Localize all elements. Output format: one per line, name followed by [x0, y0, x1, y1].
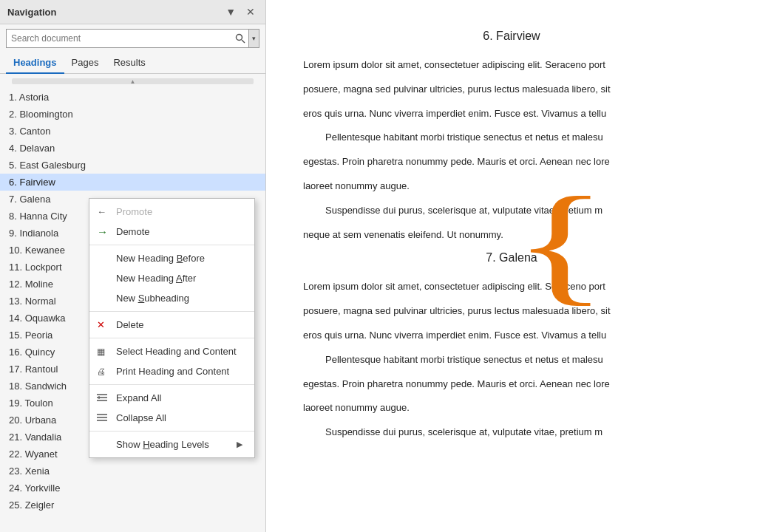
list-item[interactable]: 23. Xenia: [0, 463, 265, 480]
ctx-print-heading[interactable]: 🖨 Print Heading and Content: [89, 361, 254, 381]
context-menu: ← Promote → Demote New Heading Before Ne…: [89, 198, 255, 458]
ctx-show-heading-levels[interactable]: Show Heading Levels ▶: [89, 434, 254, 454]
ctx-show-heading-label: Show Heading Levels: [116, 439, 209, 450]
ctx-demote-label: Demote: [116, 226, 150, 237]
nav-header-icons: ▼ ✕: [223, 4, 258, 19]
svg-line-1: [242, 40, 245, 43]
doc-para-6: laoreet nonummy augue.: [303, 179, 720, 194]
ctx-new-heading-before-label: New Heading Before: [116, 253, 205, 264]
document-area: { 6. Fairview Lorem ipsum dolor sit amet…: [266, 0, 757, 532]
ctx-new-subheading-label: New Subheading: [116, 293, 189, 304]
delete-icon: ✕: [97, 319, 105, 330]
ctx-print-label: Print Heading and Content: [116, 366, 229, 377]
nav-tabs: Headings Pages Results: [0, 52, 265, 74]
doc-heading-fairview: 6. Fairview: [303, 30, 720, 43]
document-page: 6. Fairview Lorem ipsum dolor sit amet, …: [266, 0, 757, 532]
expand-icon: [95, 392, 109, 404]
ctx-new-subheading[interactable]: New Subheading: [89, 288, 254, 308]
print-icon: 🖨: [97, 366, 106, 377]
doc-para-9: Lorem ipsum dolor sit amet, consectetuer…: [303, 279, 720, 295]
expand-all-icon: [95, 392, 109, 403]
doc-para-14: laoreet nonummy augue.: [303, 400, 720, 416]
submenu-arrow-icon: ▶: [237, 440, 242, 449]
search-dropdown-icon[interactable]: ▾: [248, 30, 259, 47]
list-item[interactable]: 5. East Galesburg: [0, 157, 265, 174]
separator-4: [89, 384, 254, 385]
ctx-new-heading-after-label: New Heading After: [116, 273, 196, 284]
tab-results[interactable]: Results: [106, 52, 152, 74]
ctx-select-label: Select Heading and Content: [116, 346, 237, 357]
nav-title: Navigation: [7, 7, 56, 18]
tab-pages[interactable]: Pages: [64, 52, 106, 74]
ctx-delete[interactable]: ✕ Delete: [89, 315, 254, 335]
doc-para-7: Suspendisse dui purus, scelerisque at, v…: [303, 203, 720, 219]
ctx-promote[interactable]: ← Promote: [89, 202, 254, 222]
search-area: ▾: [0, 24, 265, 52]
ctx-expand-all[interactable]: Expand All: [89, 388, 254, 408]
ctx-promote-label: Promote: [116, 206, 152, 217]
doc-para-3: eros quis urna. Nunc viverra imperdiet e…: [303, 106, 720, 122]
list-item[interactable]: 1. Astoria: [0, 89, 265, 106]
doc-para-11: eros quis urna. Nunc viverra imperdiet e…: [303, 328, 720, 344]
doc-para-1: Lorem ipsum dolor sit amet, consectetuer…: [303, 58, 720, 73]
navigation-panel: Navigation ▼ ✕ ▾ Headings Pages Results: [0, 0, 266, 532]
ctx-demote[interactable]: → Demote: [89, 222, 254, 242]
collapse-all-icon: [95, 412, 109, 423]
ctx-delete-label: Delete: [116, 319, 144, 330]
doc-para-8: neque at sem venenatis eleifend. Ut nonu…: [303, 228, 720, 243]
separator-2: [89, 311, 254, 312]
search-button[interactable]: [232, 32, 248, 45]
ctx-select-heading[interactable]: ▦ Select Heading and Content: [89, 341, 254, 361]
brace-decoration: {: [512, 177, 608, 310]
select-icon: ▦: [97, 347, 105, 357]
doc-para-4: Pellentesque habitant morbi tristique se…: [303, 130, 720, 146]
nav-header: Navigation ▼ ✕: [0, 0, 265, 24]
search-icon: [235, 33, 245, 44]
list-item[interactable]: 25. Zeigler: [0, 497, 265, 514]
ctx-new-heading-before[interactable]: New Heading Before: [89, 248, 254, 268]
doc-heading-galena: 7. Galena: [303, 251, 720, 265]
promote-icon: ←: [97, 206, 106, 217]
doc-para-5: egestas. Proin pharetra nonummy pede. Ma…: [303, 154, 720, 170]
separator-3: [89, 338, 254, 338]
doc-para-12: Pellentesque habitant morbi tristique se…: [303, 352, 720, 368]
ctx-expand-all-label: Expand All: [116, 392, 161, 403]
tab-headings[interactable]: Headings: [6, 52, 64, 74]
collapse-icon: [95, 412, 109, 424]
list-item-fairview[interactable]: 6. Fairview: [0, 174, 265, 191]
ctx-collapse-all[interactable]: Collapse All: [89, 408, 254, 428]
separator-1: [89, 245, 254, 245]
svg-point-0: [237, 35, 242, 41]
ctx-new-heading-after[interactable]: New Heading After: [89, 268, 254, 288]
doc-para-15: Suspendisse dui purus, scelerisque at, v…: [303, 425, 720, 440]
search-input[interactable]: [7, 32, 232, 45]
list-item[interactable]: 4. Delavan: [0, 140, 265, 157]
doc-para-2: posuere, magna sed pulvinar ultricies, p…: [303, 82, 720, 98]
list-item[interactable]: 24. Yorkville: [0, 480, 265, 497]
doc-para-10: posuere, magna sed pulvinar ultricies, p…: [303, 304, 720, 319]
separator-5: [89, 431, 254, 432]
search-box: ▾: [6, 29, 259, 48]
nav-close-icon[interactable]: ✕: [243, 4, 258, 19]
collapse-bar[interactable]: [12, 78, 254, 84]
ctx-collapse-all-label: Collapse All: [116, 412, 166, 423]
nav-options-icon[interactable]: ▼: [223, 4, 239, 19]
doc-para-13: egestas. Proin pharetra nonummy pede. Ma…: [303, 377, 720, 392]
demote-icon: →: [97, 225, 108, 238]
list-item[interactable]: 2. Bloomington: [0, 106, 265, 123]
list-item[interactable]: 3. Canton: [0, 123, 265, 140]
